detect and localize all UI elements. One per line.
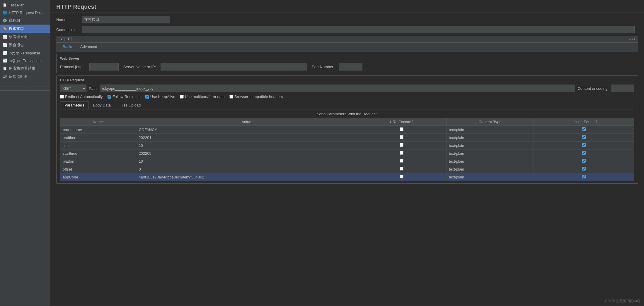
browser-compat-checkbox[interactable]: Browser-compatible headers (229, 94, 283, 99)
test-plan-icon: 📋 (2, 3, 7, 7)
table-row-include-equals[interactable] (534, 142, 634, 149)
col-value: Value (136, 118, 357, 126)
sidebar-item-label: 后端监听器 (9, 74, 28, 79)
browser-compat-input[interactable] (229, 95, 233, 99)
table-row-include-equals[interactable] (534, 165, 634, 173)
table-row-url-encode[interactable] (357, 134, 446, 142)
sidebar-item-jp-transaction[interactable]: 📉 jp@gc - Transactio... (0, 57, 50, 64)
sub-tab-parameters[interactable]: Parameters (60, 101, 88, 109)
sub-tab-body-data[interactable]: Body Data (88, 101, 115, 109)
table-row-value: COFANCY (136, 126, 357, 134)
table-row-url-encode[interactable] (357, 157, 446, 165)
use-keepalive-input[interactable] (145, 95, 149, 99)
sub-tab-files-upload[interactable]: Files Upload (115, 101, 145, 109)
table-row-url-encode[interactable] (357, 149, 446, 157)
sidebar-item-jp-response[interactable]: 📉 jp@gc - Response... (0, 49, 50, 57)
name-input[interactable] (82, 16, 170, 23)
sidebar-item-test-plan[interactable]: 📋 Test Plan (0, 1, 50, 9)
protocol-label: Protocol [http]: (60, 65, 85, 69)
tab-basic[interactable]: Basic (59, 43, 76, 51)
comments-input[interactable] (82, 26, 635, 33)
sidebar-item-label: jp@gc - Transactio... (9, 59, 44, 63)
table-row-content-type: text/plain (447, 173, 534, 181)
use-keepalive-checkbox[interactable]: Use KeepAlive (145, 94, 175, 99)
method-select[interactable]: GET POST PUT DELETE PATCH HEAD OPTIONS (60, 85, 86, 92)
http-req-row: GET POST PUT DELETE PATCH HEAD OPTIONS P… (60, 85, 634, 92)
name-label: Name: (56, 18, 80, 22)
speaker-icon: 🔊 (2, 74, 7, 79)
checkboxes-row: Redirect Automatically Follow Redirects … (60, 94, 634, 99)
gear-icon: ⚙️ (2, 18, 7, 23)
sidebar-item-label: 察看结果树 (9, 34, 28, 39)
main-content: HTTP Request Name: Comments: ▲ ▼ ••• Bas… (50, 0, 644, 306)
follow-redirects-checkbox[interactable]: Follow Redirects (108, 94, 141, 99)
sidebar-item-label: Test Plan (9, 3, 24, 7)
table-row-include-equals[interactable] (534, 126, 634, 134)
http-request-section-title: HTTP Request (60, 78, 634, 82)
table-row-url-encode[interactable] (357, 126, 446, 134)
path-label: Path: (89, 86, 98, 91)
port-input[interactable] (339, 63, 362, 71)
sidebar-item-search-api[interactable]: ✏️ 搜索接口 (0, 25, 50, 33)
pencil-icon: ✏️ (2, 26, 7, 31)
table-row-url-encode[interactable] (357, 173, 446, 181)
table-row-content-type: text/plain (447, 149, 534, 157)
web-server-section: Web Server Protocol [http]: Server Name … (56, 54, 638, 73)
browser-compat-label: Browser-compatible headers (234, 94, 283, 99)
table-row-value: 10 (136, 157, 357, 165)
sidebar-item-thread-group[interactable]: ⚙️ 线程组 (0, 16, 50, 25)
comments-label: Comments: (56, 27, 80, 32)
table-row-include-equals[interactable] (534, 149, 634, 157)
follow-redirects-input[interactable] (108, 95, 111, 99)
multipart-checkbox[interactable]: Use multipart/form-data (180, 94, 225, 99)
server-name-input[interactable] (161, 63, 307, 71)
table-row-name: brandname (60, 126, 136, 134)
col-include-equals: Include Equals? (534, 118, 634, 126)
table-row-url-encode[interactable] (357, 142, 446, 149)
table-row-name: appCode (60, 173, 136, 181)
content-encoding-label: Content encoding: (577, 86, 609, 91)
table-row-include-equals[interactable] (534, 157, 634, 165)
multipart-input[interactable] (180, 95, 184, 99)
redirect-auto-label: Redirect Automatically (65, 94, 103, 99)
method-wrapper: GET POST PUT DELETE PATCH HEAD OPTIONS (60, 85, 86, 92)
name-row: Name: (56, 16, 638, 23)
sidebar: 📋 Test Plan 🌐 HTTP Request De... ⚙️ 线程组 … (0, 0, 50, 306)
col-url-encode: URL Encode? (357, 118, 446, 126)
table-row-content-type: text/plain (447, 126, 534, 134)
sidebar-item-aggregate-report[interactable]: 📈 聚合报告 (0, 41, 50, 49)
tab-advanced[interactable]: Advanced (76, 43, 101, 51)
content-encoding-input[interactable] (611, 85, 634, 92)
col-content-type: Content-Type (447, 118, 534, 126)
sidebar-resize-handle[interactable]: ⋮ (0, 87, 50, 91)
sidebar-item-backend-listener[interactable]: 🔊 后端监听器 (0, 73, 50, 81)
table-row-value: 4a0f185e78a94dbba3ec69eb9f684362 (136, 173, 357, 181)
table-row-name: endtime (60, 134, 136, 142)
collapse-bar: ▲ ▼ ••• (56, 36, 638, 43)
table-row-content-type: text/plain (447, 134, 534, 142)
params-section: Send Parameters With the Request: Name: … (60, 112, 634, 181)
table-row-content-type: text/plain (447, 165, 534, 173)
table-row-include-equals[interactable] (534, 173, 634, 181)
sidebar-item-label: jp@gc - Response... (9, 51, 43, 55)
redirect-auto-checkbox[interactable]: Redirect Automatically (60, 94, 103, 99)
web-server-title: Web Server (60, 56, 634, 61)
sidebar-item-table-view[interactable]: 📋 用表格察看结果 (0, 64, 50, 73)
protocol-input[interactable] (89, 63, 119, 71)
http-icon: 🌐 (2, 10, 7, 15)
path-input[interactable] (100, 85, 575, 92)
sidebar-item-view-tree[interactable]: 📊 察看结果树 (0, 33, 50, 41)
redirect-auto-input[interactable] (60, 95, 64, 99)
sidebar-item-http-request-def[interactable]: 🌐 HTTP Request De... (0, 9, 50, 16)
sub-tabs: Parameters Body Data Files Upload (60, 101, 634, 109)
table-row-include-equals[interactable] (534, 134, 634, 142)
bar-chart-icon: 📈 (2, 43, 7, 47)
collapse-up-button[interactable]: ▲ (59, 37, 64, 41)
comments-row: Comments: (56, 26, 638, 33)
table-icon: 📋 (2, 66, 7, 71)
port-label: Port Number: (312, 65, 334, 69)
collapse-down-button[interactable]: ▼ (66, 37, 71, 41)
table-row-value: 0 (136, 165, 357, 173)
table-row-url-encode[interactable] (357, 165, 446, 173)
table-row-name: starttime (60, 149, 136, 157)
